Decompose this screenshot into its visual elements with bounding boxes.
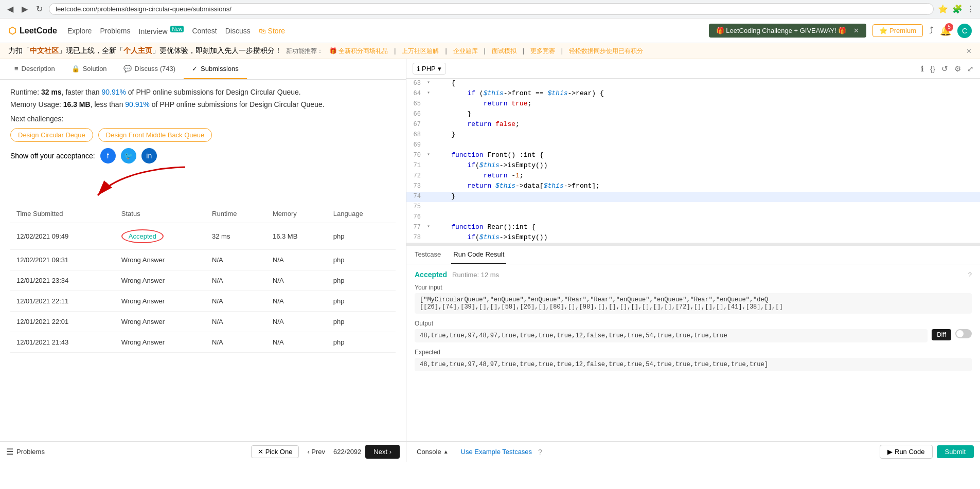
test-tabs: Testcase Run Code Result [406, 246, 980, 264]
runtime-link[interactable]: 90.91% [101, 88, 126, 96]
runtime-result: Runtime: 32 ms, faster than 90.91% of PH… [10, 88, 396, 96]
address-bar[interactable]: leetcode.com/problems/design-circular-qu… [49, 3, 934, 15]
challenge-btn-2[interactable]: Design Front Middle Back Queue [98, 128, 212, 142]
input-row: Your input ["MyCircularQueue","enQueue",… [415, 284, 972, 314]
lang-chevron: ▾ [438, 65, 441, 73]
line-number: 78 [406, 233, 427, 241]
use-example-button[interactable]: Use Example Testcases [461, 448, 532, 456]
settings-icon[interactable]: ⚙ [954, 64, 961, 74]
run-code-button[interactable]: ▶ Run Code [880, 445, 932, 459]
tab-discuss[interactable]: 💬 Discuss (743) [115, 59, 184, 79]
cell-memory: N/A [266, 270, 327, 291]
cell-status[interactable]: Accepted [115, 223, 206, 250]
nav-contest[interactable]: Contest [192, 27, 217, 35]
info-icon[interactable]: ℹ [921, 64, 924, 74]
next-button[interactable]: Next › [365, 445, 400, 459]
share-icon-button[interactable]: ⤴ [929, 25, 934, 36]
linkedin-share-button[interactable]: in [141, 148, 157, 164]
submit-button[interactable]: Submit [937, 445, 974, 458]
table-row[interactable]: 12/01/2021 22:11Wrong AnswerN/AN/Aphp [10, 291, 396, 312]
promo-link-2[interactable]: 上万社区题解 [402, 47, 439, 56]
bottom-bar-right: ✕ Pick One ‹ Prev 622/2092 Next › [251, 445, 400, 459]
cell-memory: N/A [266, 332, 327, 353]
avatar[interactable]: C [957, 24, 972, 38]
expand-icon[interactable]: ⤢ [967, 64, 974, 74]
arrow-svg [82, 165, 195, 201]
code-line: 66 } [406, 110, 980, 120]
logo-text: LeetCode [20, 26, 57, 35]
promo-link-3[interactable]: 企业题库 [453, 47, 478, 56]
share-label: Show off your acceptance: [10, 152, 95, 160]
refresh-button[interactable]: ↻ [34, 3, 45, 15]
cell-time: 12/01/2021 22:11 [10, 291, 115, 312]
cell-status[interactable]: Wrong Answer [115, 250, 206, 270]
tab-testcase[interactable]: Testcase [413, 246, 443, 264]
notification-button[interactable]: 🔔 5 [940, 25, 951, 37]
lang-text: PHP [422, 65, 436, 73]
table-row[interactable]: 12/01/2021 21:43Wrong AnswerN/AN/Aphp [10, 332, 396, 353]
extensions-icon[interactable]: 🧩 [952, 4, 963, 14]
console-button[interactable]: Console ▲ [413, 446, 453, 458]
promo-link-5[interactable]: 更多竞赛 [530, 47, 555, 56]
left-panel: ≡ Description 🔒 Solution 💬 Discuss (743)… [0, 59, 406, 462]
cell-language: php [327, 250, 396, 270]
nav-discuss[interactable]: Discuss [225, 27, 251, 35]
facebook-share-button[interactable]: f [100, 148, 116, 164]
promo-link-1[interactable]: 🎁 全新积分商场礼品 [329, 47, 388, 56]
line-code-text: if ($this->front == $this->rear) { [435, 89, 980, 97]
bottom-bar-left: ☰ Problems [6, 447, 45, 457]
help-question[interactable]: ? [538, 448, 542, 456]
forward-button[interactable]: ▶ [20, 3, 30, 15]
tab-solution[interactable]: 🔒 Solution [63, 59, 115, 79]
bookmark-icon[interactable]: ⭐ [938, 4, 948, 14]
line-number: 69 [406, 141, 427, 149]
cell-time: 12/02/2021 09:49 [10, 223, 115, 250]
nav-right: 🎁 LeetCoding Challenge + GIVEAWAY! 🎁 ✕ ⭐… [709, 24, 972, 38]
challenge-banner[interactable]: 🎁 LeetCoding Challenge + GIVEAWAY! 🎁 ✕ [709, 24, 867, 38]
cell-status[interactable]: Wrong Answer [115, 291, 206, 312]
challenge-banner-close[interactable]: ✕ [853, 27, 859, 34]
twitter-share-button[interactable]: 🐦 [121, 148, 136, 164]
premium-button[interactable]: ⭐ Premium [872, 24, 923, 37]
nav-problems[interactable]: Problems [100, 27, 130, 35]
restore-icon[interactable]: ↺ [941, 64, 948, 74]
table-row[interactable]: 12/01/2021 22:01Wrong AnswerN/AN/Aphp [10, 312, 396, 332]
problems-label: Problems [16, 448, 45, 456]
table-row[interactable]: 12/01/2021 23:34Wrong AnswerN/AN/Aphp [10, 270, 396, 291]
format-icon[interactable]: {} [930, 64, 935, 74]
table-row[interactable]: 12/02/2021 09:49Accepted32 ms16.3 MBphp [10, 223, 396, 250]
challenge-btn-1[interactable]: Design Circular Deque [10, 128, 93, 142]
expected-row: Expected 48,true,true,97,48,97,true,true… [415, 349, 972, 371]
nav-store[interactable]: 🛍 Store [259, 27, 285, 35]
diff-toggle[interactable] [955, 329, 972, 338]
cell-status[interactable]: Wrong Answer [115, 332, 206, 353]
left-bottom-bar: ☰ Problems ✕ Pick One ‹ Prev 622/2092 Ne… [0, 441, 406, 462]
promo-link-4[interactable]: 面试模拟 [492, 47, 516, 56]
memory-link[interactable]: 90.91% [125, 100, 149, 108]
prev-button[interactable]: ‹ Prev [303, 446, 329, 458]
back-button[interactable]: ◀ [5, 3, 15, 15]
promo-close-button[interactable]: ✕ [966, 47, 972, 55]
language-selector[interactable]: ℹ PHP ▾ [413, 63, 446, 75]
main-area: ≡ Description 🔒 Solution 💬 Discuss (743)… [0, 59, 980, 462]
code-area[interactable]: 63▾ {64▾ if ($this->front == $this->rear… [406, 79, 980, 243]
diff-button[interactable]: Diff [932, 329, 951, 340]
tab-description[interactable]: ≡ Description [6, 59, 63, 79]
editor-icons: ℹ {} ↺ ⚙ ⤢ [921, 64, 974, 74]
expected-label: Expected [415, 349, 972, 356]
menu-icon[interactable]: ⋮ [967, 4, 975, 14]
cell-status[interactable]: Wrong Answer [115, 312, 206, 332]
logo[interactable]: ⬡ LeetCode [8, 25, 57, 37]
new-badge: New [170, 26, 184, 32]
nav-explore[interactable]: Explore [67, 27, 92, 35]
promo-link-6[interactable]: 轻松数据同步使用已有积分 [569, 47, 643, 56]
pick-one-button[interactable]: ✕ Pick One [251, 445, 299, 458]
line-code-text: function Front() :int { [435, 151, 980, 159]
table-row[interactable]: 12/02/2021 09:31Wrong AnswerN/AN/Aphp [10, 250, 396, 270]
cell-status[interactable]: Wrong Answer [115, 270, 206, 291]
console-label: Console [417, 448, 441, 456]
nav-interview[interactable]: Interview New [139, 26, 184, 35]
tab-run-result[interactable]: Run Code Result [451, 246, 506, 264]
help-icon[interactable]: ? [968, 271, 972, 279]
tab-submissions[interactable]: ✓ Submissions [184, 59, 247, 79]
